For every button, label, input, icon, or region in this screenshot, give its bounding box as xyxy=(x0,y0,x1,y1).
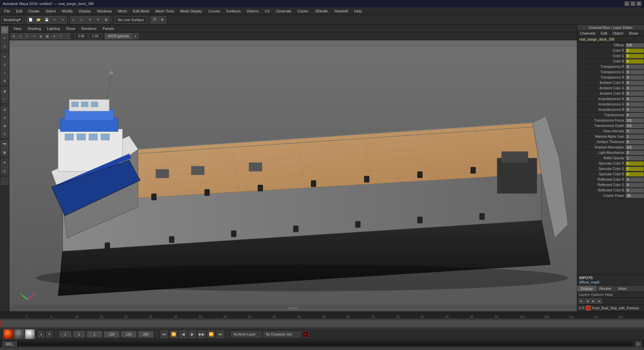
playback-first[interactable]: ⏮ xyxy=(160,331,168,338)
open-btn[interactable]: 📂 xyxy=(35,16,42,24)
close-button[interactable]: ✕ xyxy=(637,1,641,6)
vp-grid-btn[interactable]: # xyxy=(24,33,30,39)
menu-curves[interactable]: Curves xyxy=(206,8,223,14)
playback-next-key[interactable]: ⏩ xyxy=(207,331,215,338)
scene-area[interactable]: X Y Z persp xyxy=(9,40,577,311)
show-hide[interactable]: 👁 xyxy=(1,159,8,166)
render-thumb-1[interactable] xyxy=(3,329,13,339)
channel-value-24[interactable]: 0 xyxy=(626,172,644,177)
cb-tab-edit[interactable]: Edit xyxy=(598,31,610,36)
channel-value-18[interactable]: 0 xyxy=(626,140,644,144)
menu-help[interactable]: Help xyxy=(351,8,364,14)
auto-key-btn[interactable]: ● xyxy=(302,331,308,337)
menu-modify[interactable]: Modify xyxy=(59,8,75,14)
no-live-surface[interactable]: No Live Surface xyxy=(115,16,147,24)
gamma-dropdown[interactable]: ▾ xyxy=(133,33,139,39)
channel-value-12[interactable]: 0 xyxy=(626,107,644,112)
menu-deform[interactable]: Deform xyxy=(244,8,261,14)
playback-play[interactable]: ▶ xyxy=(189,331,196,338)
timeline-bar[interactable] xyxy=(0,318,644,329)
vp-ao-btn[interactable]: ◔ xyxy=(51,33,57,39)
vp-wire-btn[interactable]: ⬡ xyxy=(58,33,64,39)
channel-value-22[interactable]: 0 xyxy=(626,161,644,166)
snap-to-view[interactable]: ⊡ xyxy=(1,130,8,137)
cb-tab-show[interactable]: Show xyxy=(626,31,641,36)
scale-left[interactable]: ⤡ xyxy=(1,69,8,76)
channel-value-11[interactable]: 0 xyxy=(626,102,644,107)
channel-value-4[interactable]: 0 xyxy=(626,64,644,69)
isolate[interactable]: ◎ xyxy=(1,167,8,174)
snap-to-grid[interactable]: ⊟ xyxy=(1,114,8,121)
render-thumb-3[interactable] xyxy=(25,329,35,339)
cb-tab-channels[interactable]: Channels xyxy=(577,31,598,36)
channel-value-14[interactable]: 0.5 xyxy=(626,118,644,123)
channel-value-7[interactable]: 0 xyxy=(626,81,644,85)
redo-btn[interactable]: ↪ xyxy=(59,16,66,24)
frame-current[interactable] xyxy=(73,331,85,337)
thumb-scroll-up[interactable]: ▲ xyxy=(38,331,44,337)
menu-3dtoall[interactable]: -3DtoAll- xyxy=(311,8,331,14)
vp-shadow-btn[interactable]: ◑ xyxy=(38,33,44,39)
menu-redshift[interactable]: Redshift xyxy=(332,8,351,14)
channel-value-19[interactable]: 0.5 xyxy=(626,145,644,150)
layer-tabs-help[interactable]: Help xyxy=(605,293,613,297)
layer-tabs-options[interactable]: Options xyxy=(591,293,604,297)
vp-fit-btn[interactable]: ⊡ xyxy=(17,33,23,39)
layer-name[interactable]: Push_Boat_Ship_with_Pontoon xyxy=(592,306,639,310)
menu-uv[interactable]: UV xyxy=(262,8,273,14)
layer-nav-next[interactable]: ▶ xyxy=(591,298,596,304)
mel-label[interactable]: MEL xyxy=(3,341,16,347)
lasso-tool[interactable]: ⬡ xyxy=(78,16,86,24)
paint-tool[interactable]: ✏ xyxy=(1,34,8,42)
minimize-button[interactable]: — xyxy=(625,1,629,6)
layer-nav-first[interactable]: ⏮ xyxy=(579,298,584,304)
channel-value-8[interactable]: 0 xyxy=(626,86,644,91)
channel-value-6[interactable]: 0 xyxy=(626,75,644,80)
menu-create[interactable]: Create xyxy=(26,8,42,14)
channel-value-15[interactable]: 0.5 xyxy=(626,124,644,128)
move-left[interactable]: ✛ xyxy=(1,53,8,60)
playback-prev-key[interactable]: ⏪ xyxy=(170,331,177,338)
vp-coord-y[interactable] xyxy=(89,33,102,39)
undo-btn[interactable]: ↩ xyxy=(51,16,58,24)
channel-value-13[interactable]: 0 xyxy=(626,113,644,118)
rotate-tool[interactable]: ↻ xyxy=(94,16,102,24)
menu-select[interactable]: Select xyxy=(43,8,59,14)
vp-menu-panels[interactable]: Panels xyxy=(100,26,117,31)
tl-frame-120[interactable] xyxy=(104,331,119,337)
render-settings-btn[interactable]: ⚙ xyxy=(159,16,166,24)
channel-value-28[interactable]: 20 xyxy=(626,193,644,198)
anim-layer-dropdown[interactable]: No Anim Layer xyxy=(231,332,261,337)
char-set-dropdown[interactable]: No Character Set xyxy=(263,332,300,337)
render-btn[interactable]: 🎬 xyxy=(151,16,158,24)
tl-frame-1[interactable] xyxy=(87,331,102,337)
dr-tab-anim[interactable]: Anim xyxy=(615,286,630,292)
layer-nav-prev[interactable]: ◀ xyxy=(585,298,590,304)
channel-value-9[interactable]: 0 xyxy=(626,91,644,96)
menu-mesh-display[interactable]: Mesh Display xyxy=(178,8,205,14)
tl-frame-120b[interactable] xyxy=(121,331,136,337)
thumb-scroll-down[interactable]: ▼ xyxy=(46,331,52,337)
channel-value-2[interactable]: 0 xyxy=(626,54,644,58)
menu-edit-mesh[interactable]: Edit Mesh xyxy=(130,8,152,14)
playback-prev[interactable]: ◀ xyxy=(179,331,187,338)
rotate-left[interactable]: ↺ xyxy=(1,61,8,68)
lasso-left[interactable]: ⊙ xyxy=(1,42,8,50)
more-tools[interactable]: … xyxy=(1,177,8,185)
soft-select[interactable]: ◑ xyxy=(1,87,8,95)
camera-tool[interactable]: 📷 xyxy=(1,140,8,148)
select-tool-left[interactable]: ↖ xyxy=(1,26,8,34)
save-btn[interactable]: 💾 xyxy=(43,16,50,24)
snap-to-point[interactable]: ⊞ xyxy=(1,106,8,113)
titlebar-controls[interactable]: — □ ✕ xyxy=(625,1,641,6)
frame-start[interactable] xyxy=(59,331,71,337)
render-region[interactable]: ▦ xyxy=(1,148,8,156)
vp-camera-btn[interactable]: ⊞ xyxy=(11,33,17,39)
channel-value-20[interactable]: 0 xyxy=(626,150,644,155)
vp-menu-show[interactable]: Show xyxy=(63,26,78,31)
channel-value-5[interactable]: 0 xyxy=(626,70,644,75)
menu-file[interactable]: File xyxy=(1,8,13,14)
tl-frame-200[interactable] xyxy=(138,331,153,337)
maximize-button[interactable]: □ xyxy=(631,1,635,6)
vp-menu-renderer[interactable]: Renderer xyxy=(79,26,99,31)
